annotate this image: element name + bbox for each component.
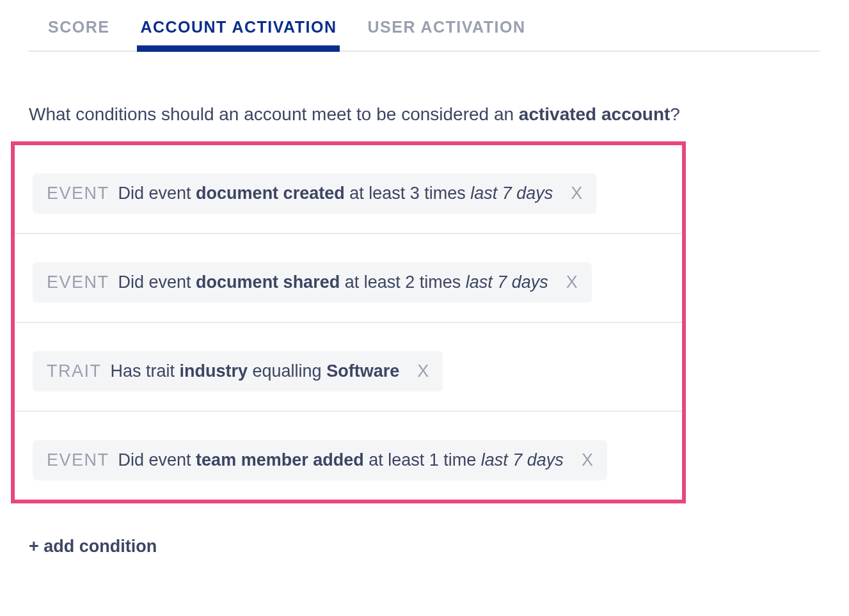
close-icon[interactable]: X — [582, 450, 593, 470]
tab-score[interactable]: SCORE — [48, 18, 109, 51]
condition-prefix: Did event — [118, 184, 196, 203]
condition-timeframe: last 7 days — [470, 184, 553, 203]
condition-trait-value: Software — [326, 361, 399, 381]
condition-event-name: team member added — [196, 450, 364, 470]
tabs-bar: SCORE ACCOUNT ACTIVATION USER ACTIVATION — [29, 0, 820, 52]
condition-middle: at least 2 times — [340, 272, 466, 292]
condition-prefix: Did event — [118, 272, 196, 292]
condition-pill[interactable]: EVENT Did event team member added at lea… — [33, 440, 607, 480]
close-icon[interactable]: X — [566, 272, 578, 292]
condition-pill[interactable]: EVENT Did event document shared at least… — [33, 262, 592, 303]
condition-middle: at least 3 times — [345, 184, 471, 203]
condition-timeframe: last 7 days — [466, 272, 548, 292]
condition-trait-name: industry — [180, 361, 248, 381]
condition-timeframe: last 7 days — [481, 450, 564, 470]
question-prefix: What conditions should an account meet t… — [29, 104, 519, 124]
condition-row: EVENT Did event document shared at least… — [15, 234, 682, 323]
condition-prefix: Did event — [118, 450, 196, 470]
condition-middle: equalling — [248, 361, 326, 381]
condition-text: Has trait industry equalling Software — [111, 361, 400, 381]
close-icon[interactable]: X — [571, 184, 582, 203]
conditions-highlight-box: EVENT Did event document created at leas… — [11, 141, 686, 503]
close-icon[interactable]: X — [417, 361, 429, 381]
condition-middle: at least 1 time — [364, 450, 481, 470]
question-bold: activated account — [519, 104, 670, 124]
condition-type-label: EVENT — [47, 272, 109, 292]
condition-row: TRAIT Has trait industry equalling Softw… — [15, 323, 682, 412]
condition-event-name: document created — [196, 184, 345, 203]
condition-type-label: TRAIT — [47, 361, 102, 381]
condition-row: EVENT Did event document created at leas… — [15, 145, 682, 234]
condition-text: Did event document shared at least 2 tim… — [118, 272, 548, 292]
condition-type-label: EVENT — [47, 184, 109, 203]
conditions-question: What conditions should an account meet t… — [29, 104, 820, 125]
condition-row: EVENT Did event team member added at lea… — [15, 412, 682, 500]
tab-user-activation[interactable]: USER ACTIVATION — [367, 18, 525, 51]
condition-pill[interactable]: EVENT Did event document created at leas… — [33, 173, 596, 214]
condition-type-label: EVENT — [47, 450, 109, 470]
question-suffix: ? — [670, 104, 680, 124]
condition-text: Did event team member added at least 1 t… — [118, 450, 564, 470]
tab-account-activation[interactable]: ACCOUNT ACTIVATION — [140, 18, 337, 51]
add-condition-button[interactable]: + add condition — [29, 537, 157, 557]
condition-event-name: document shared — [196, 272, 340, 292]
condition-pill[interactable]: TRAIT Has trait industry equalling Softw… — [33, 351, 443, 391]
condition-text: Did event document created at least 3 ti… — [118, 184, 553, 203]
condition-prefix: Has trait — [111, 361, 180, 381]
